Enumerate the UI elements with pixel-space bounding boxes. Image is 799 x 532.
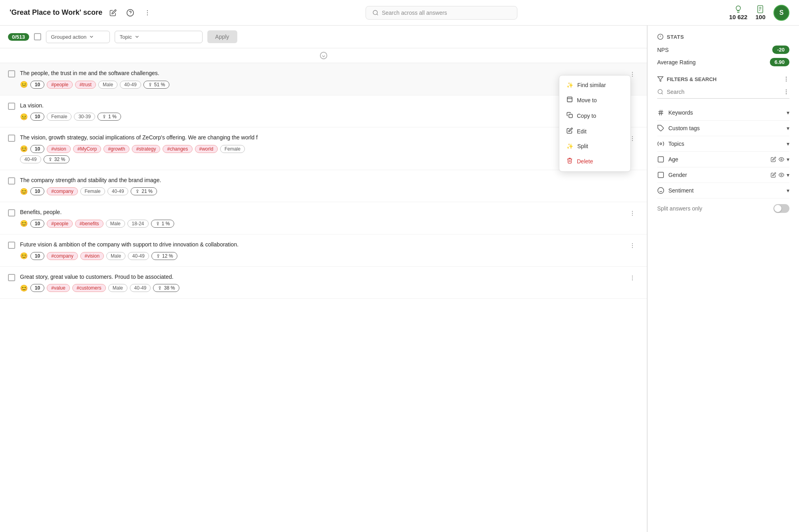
edit-title-button[interactable] [107,7,119,19]
score-tag[interactable]: 10 [30,284,44,292]
avatar[interactable]: S [773,5,789,21]
answer-checkbox[interactable] [8,135,15,142]
svg-point-11 [320,52,327,59]
more-options-btn[interactable] [626,241,639,252]
age-tag[interactable]: 30-39 [74,113,95,121]
gender-tag[interactable]: Male [106,252,125,260]
keyword-tag[interactable]: #changes [163,145,192,153]
stats-header: STATS [657,34,789,40]
age-tag[interactable]: 18-24 [127,220,149,228]
keyword-tag[interactable]: #company [47,252,78,260]
gender-tag[interactable]: Male [108,284,127,292]
age-tag[interactable]: 40-49 [130,284,151,292]
more-options-button[interactable] [141,7,153,19]
keyword-tag[interactable]: #trust [75,81,96,89]
gender-tag[interactable]: Male [98,81,117,89]
nps-badge: -20 [772,46,789,54]
gender-tag[interactable]: Female [220,145,245,153]
keyword-tag[interactable]: #customers [72,284,106,292]
svg-line-44 [662,93,663,94]
filter-gender-actions: ▾ [771,172,789,178]
delete-menu-item[interactable]: Delete [559,153,630,169]
answer-text: Benefits, people. [20,208,621,216]
answer-checkbox[interactable] [8,274,15,281]
keyword-tag[interactable]: #people [47,81,73,89]
keyword-tag[interactable]: #people [47,220,73,228]
edit-menu-item[interactable]: Edit [559,123,630,139]
keyword-tag[interactable]: #strategy [132,145,160,153]
answer-checkbox[interactable] [8,242,15,249]
score-tag[interactable]: 10 [30,81,44,89]
filter-search-input[interactable] [667,89,780,95]
age-tag[interactable]: 40-49 [120,81,141,89]
svg-point-24 [157,222,159,224]
sentiment-icon: 😊 [20,220,28,227]
chevron-down-icon: ▾ [787,156,789,163]
keyword-tag[interactable]: #value [47,284,70,292]
grouped-action-dropdown[interactable]: Grouped action [46,31,110,43]
keyword-tag[interactable]: #growth [103,145,129,153]
age-tag[interactable]: 40-49 [128,252,149,260]
svg-point-27 [632,215,633,216]
filter-search-more-icon[interactable] [783,89,789,95]
keyword-tag[interactable]: #MyCorp [73,145,101,153]
gender-tag[interactable]: Male [106,220,125,228]
help-button[interactable] [124,6,137,19]
score-tag[interactable]: 10 [30,145,44,153]
filter-age-label: Age [657,156,678,163]
info-icon [657,34,664,40]
topic-dropdown[interactable]: Topic [115,31,203,43]
svg-point-29 [632,243,633,244]
keyword-tag[interactable]: #vision [47,145,70,153]
keyword-tag[interactable]: #benefits [75,220,103,228]
score-tag[interactable]: 10 [30,187,44,195]
edit-filter-icon[interactable] [771,172,776,178]
filters-more-icon[interactable] [783,76,789,82]
split-answers-toggle[interactable] [773,204,789,213]
table-row: La vision. 😐 10 Female 30-39 1 % [0,95,647,128]
eye-icon[interactable] [779,172,784,178]
gender-tag[interactable]: Female [47,113,72,121]
filter-custom-tags[interactable]: Custom tags ▾ [657,121,789,136]
score-tag[interactable]: 10 [30,252,44,260]
apply-button[interactable]: Apply [207,30,237,43]
answer-checkbox[interactable] [8,209,15,216]
gender-tag[interactable]: Female [80,187,105,195]
find-similar-menu-item[interactable]: ✨ Find similar [559,78,630,92]
eye-icon[interactable] [779,157,784,162]
chevron-down-icon [89,34,94,40]
more-options-btn[interactable] [626,273,639,284]
female-icon [48,157,53,162]
keyword-tag[interactable]: #vision [80,252,104,260]
percent-tag: 1 % [97,113,121,121]
answer-tags: 😐 10 Female 30-39 1 % [20,113,639,121]
age-icon [657,156,664,163]
score-tag[interactable]: 10 [30,113,44,121]
age-tag[interactable]: 40-49 [107,187,129,195]
answer-checkbox[interactable] [8,70,15,77]
filter-topics[interactable]: Topics ▾ [657,136,789,152]
split-menu-item[interactable]: ✨ Split [559,139,630,153]
svg-line-50 [660,110,660,115]
filter-gender[interactable]: Gender ▾ [657,167,789,183]
global-search-bar[interactable]: Search across all answers [366,6,517,20]
keyword-tag[interactable]: #company [47,187,78,195]
answer-tags: 😊 10 #company Female 40-49 21 % [20,187,639,195]
filters-section: FILTERS & SEARCH Keywords ▾ [657,76,789,218]
answer-checkbox[interactable] [8,177,15,185]
keyword-tag[interactable]: #world [195,145,218,153]
move-to-menu-item[interactable]: Move to [559,92,630,108]
select-all-checkbox[interactable] [34,33,41,40]
filter-sentiment[interactable]: Sentiment ▾ [657,183,789,199]
filter-age[interactable]: Age ▾ [657,152,789,167]
edit-filter-icon[interactable] [771,157,776,162]
copy-to-menu-item[interactable]: Copy to [559,108,630,123]
filter-keywords[interactable]: Keywords ▾ [657,105,789,121]
svg-point-31 [632,247,633,248]
age-tag[interactable]: 40-49 [20,155,41,163]
more-options-btn[interactable] [626,208,639,219]
filters-title: FILTERS & SEARCH [657,76,717,82]
svg-point-46 [786,91,787,92]
answer-checkbox[interactable] [8,103,15,110]
score-tag[interactable]: 10 [30,220,44,228]
